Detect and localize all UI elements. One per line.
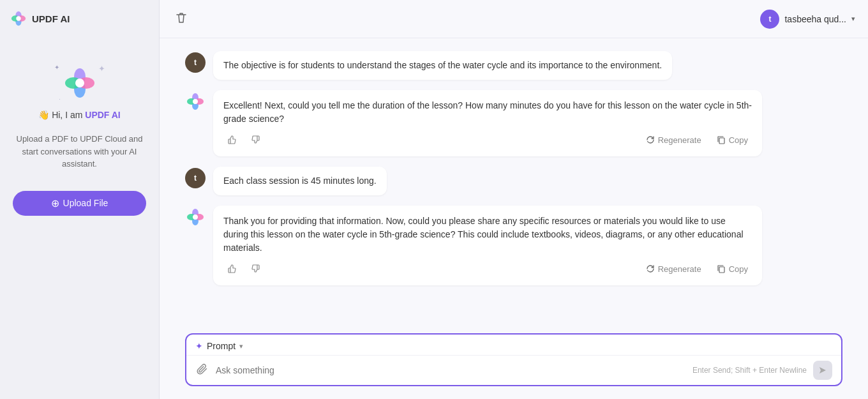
sparkle-icon: ✦: [195, 341, 203, 351]
ai-avatar-msg: [185, 91, 206, 112]
input-box: ✦ Prompt ▾ Enter Send; Shift + Enter New…: [185, 333, 842, 386]
mascot-flower-icon: [63, 66, 96, 100]
regenerate-button[interactable]: Regenerate: [642, 262, 705, 276]
chevron-down-icon: ▾: [851, 15, 855, 23]
mascot-icon-area: ✦ ✦ ·: [54, 64, 105, 102]
message-row: Thank you for providing that information…: [185, 206, 842, 285]
ai-message-text: Thank you for providing that information…: [223, 215, 752, 255]
copy-regenerate-actions: Regenerate Copy: [642, 262, 752, 276]
message-row: t Each class session is 45 minutes long.: [185, 167, 842, 195]
greeting-text: 👋 Hi, I am UPDF AI: [38, 110, 121, 120]
message-row: Excellent! Next, could you tell me the d…: [185, 90, 842, 156]
user-avatar: t: [760, 10, 779, 29]
thumbdown-button[interactable]: [246, 261, 264, 276]
user-bubble: The objective is for students to underst…: [213, 51, 672, 80]
attach-button[interactable]: [195, 362, 209, 379]
user-bubble: Each class session is 45 minutes long.: [213, 167, 387, 195]
app-name: UPDF AI: [32, 13, 70, 24]
main-panel: t tasbeeha qud... ▾ t The objective is f…: [160, 0, 868, 399]
chat-input[interactable]: [216, 365, 686, 375]
thumbup-button[interactable]: [223, 261, 241, 276]
user-avatar-msg: t: [185, 168, 206, 188]
input-bottom: Enter Send; Shift + Enter Newline: [186, 356, 841, 385]
sidebar-mascot: ✦ ✦ · 👋 Hi, I am UPDF AI Upload a PDF to…: [13, 64, 146, 216]
logo-icon: [10, 10, 27, 27]
copy-button[interactable]: Copy: [713, 133, 752, 147]
upload-file-button[interactable]: ⊕ Upload File: [13, 191, 146, 216]
svg-point-20: [193, 215, 198, 220]
prompt-label: Prompt: [207, 341, 236, 351]
sidebar-description: Upload a PDF to UPDF Cloud and start con…: [13, 133, 146, 170]
svg-rect-21: [719, 267, 724, 273]
sparkle-bl-icon: ·: [59, 96, 61, 102]
plus-icon: ⊕: [51, 197, 59, 209]
sparkle-tr-icon: ✦: [98, 64, 105, 73]
prompt-chevron-icon: ▾: [239, 342, 243, 350]
user-menu[interactable]: t tasbeeha qud... ▾: [760, 10, 855, 29]
copy-regenerate-actions: Regenerate Copy: [642, 133, 752, 147]
input-area: ✦ Prompt ▾ Enter Send; Shift + Enter New…: [160, 326, 868, 399]
user-avatar-msg: t: [185, 52, 206, 73]
app-logo: UPDF AI: [10, 10, 70, 27]
ai-bubble: Excellent! Next, could you tell me the d…: [213, 90, 762, 156]
prompt-toolbar: ✦ Prompt ▾: [186, 335, 841, 356]
svg-point-9: [75, 79, 84, 87]
thumbdown-button[interactable]: [246, 132, 264, 147]
user-name: tasbeeha qud...: [784, 14, 846, 24]
message-row: t The objective is for students to under…: [185, 51, 842, 80]
regenerate-button[interactable]: Regenerate: [642, 133, 705, 147]
paperclip-icon: [197, 363, 208, 375]
bubble-actions: Regenerate Copy: [223, 261, 752, 276]
svg-rect-15: [719, 138, 724, 144]
topbar: t tasbeeha qud... ▾: [160, 0, 868, 38]
send-icon: [818, 366, 827, 375]
clear-chat-button[interactable]: [172, 9, 190, 29]
ai-message-text: Excellent! Next, could you tell me the d…: [223, 99, 752, 126]
trash-icon: [175, 11, 188, 24]
svg-point-14: [193, 99, 198, 104]
chat-area: t The objective is for students to under…: [160, 38, 868, 326]
sidebar: UPDF AI ✦ ✦ · 👋 Hi, I am UPDF AI Upload …: [0, 0, 160, 399]
feedback-actions: [223, 261, 264, 276]
input-hint: Enter Send; Shift + Enter Newline: [692, 366, 807, 375]
send-button[interactable]: [813, 361, 832, 380]
svg-point-4: [16, 16, 20, 20]
copy-button[interactable]: Copy: [713, 262, 752, 276]
ai-bubble: Thank you for providing that information…: [213, 206, 762, 285]
ai-avatar-msg: [185, 207, 206, 227]
feedback-actions: [223, 132, 264, 147]
thumbup-button[interactable]: [223, 132, 241, 147]
sparkle-tl-icon: ✦: [54, 64, 59, 71]
bubble-actions: Regenerate Copy: [223, 132, 752, 147]
